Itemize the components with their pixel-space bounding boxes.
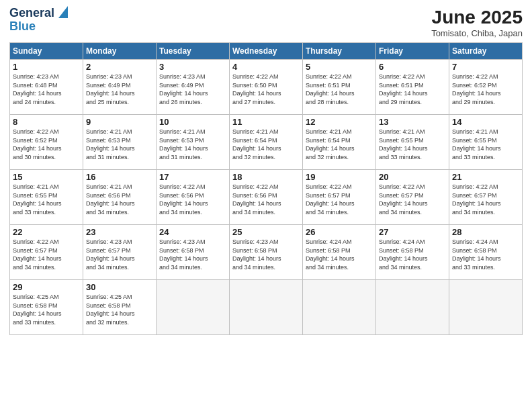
calendar-cell: 16Sunrise: 4:21 AM Sunset: 6:56 PM Dayli…	[83, 170, 157, 225]
day-number: 7	[452, 62, 519, 72]
day-number: 22	[13, 227, 80, 237]
day-number: 21	[452, 172, 519, 182]
calendar-week-0: 1Sunrise: 4:23 AM Sunset: 6:48 PM Daylig…	[10, 60, 523, 115]
day-info: Sunrise: 4:22 AM Sunset: 6:57 PM Dayligh…	[306, 183, 373, 216]
day-number: 4	[232, 62, 300, 72]
title-block: June 2025 Tomisato, Chiba, Japan	[431, 7, 523, 38]
day-number: 1	[13, 62, 80, 72]
calendar-cell: 7Sunrise: 4:22 AM Sunset: 6:52 PM Daylig…	[449, 60, 523, 115]
day-number: 27	[379, 227, 446, 237]
logo-blue: Blue	[9, 20, 36, 34]
calendar-cell: 23Sunrise: 4:23 AM Sunset: 6:57 PM Dayli…	[83, 225, 157, 280]
day-number: 14	[452, 117, 519, 127]
day-info: Sunrise: 4:21 AM Sunset: 6:55 PM Dayligh…	[379, 128, 446, 161]
day-info: Sunrise: 4:22 AM Sunset: 6:51 PM Dayligh…	[379, 73, 446, 106]
calendar-cell: 9Sunrise: 4:21 AM Sunset: 6:53 PM Daylig…	[83, 115, 157, 170]
calendar-table: Sunday Monday Tuesday Wednesday Thursday…	[9, 42, 523, 335]
calendar-cell: 12Sunrise: 4:21 AM Sunset: 6:54 PM Dayli…	[303, 115, 376, 170]
day-info: Sunrise: 4:22 AM Sunset: 6:57 PM Dayligh…	[379, 183, 446, 216]
calendar-cell: 29Sunrise: 4:25 AM Sunset: 6:58 PM Dayli…	[10, 280, 83, 335]
col-monday: Monday	[83, 43, 157, 60]
col-friday: Friday	[376, 43, 449, 60]
calendar-cell: 5Sunrise: 4:22 AM Sunset: 6:51 PM Daylig…	[303, 60, 376, 115]
day-number: 26	[306, 227, 373, 237]
day-number: 24	[159, 227, 226, 237]
day-number: 9	[86, 117, 153, 127]
day-number: 29	[13, 282, 80, 292]
day-info: Sunrise: 4:22 AM Sunset: 6:56 PM Dayligh…	[159, 183, 226, 216]
day-info: Sunrise: 4:21 AM Sunset: 6:55 PM Dayligh…	[13, 183, 80, 216]
day-info: Sunrise: 4:24 AM Sunset: 6:58 PM Dayligh…	[306, 238, 373, 271]
calendar-cell	[157, 280, 230, 335]
calendar-cell: 25Sunrise: 4:23 AM Sunset: 6:58 PM Dayli…	[230, 225, 303, 280]
calendar-cell	[449, 280, 523, 335]
day-info: Sunrise: 4:25 AM Sunset: 6:58 PM Dayligh…	[13, 293, 80, 326]
svg-marker-0	[58, 6, 68, 18]
calendar-cell: 21Sunrise: 4:22 AM Sunset: 6:57 PM Dayli…	[449, 170, 523, 225]
calendar-cell: 13Sunrise: 4:21 AM Sunset: 6:55 PM Dayli…	[376, 115, 449, 170]
day-info: Sunrise: 4:23 AM Sunset: 6:48 PM Dayligh…	[13, 73, 80, 106]
day-info: Sunrise: 4:24 AM Sunset: 6:58 PM Dayligh…	[452, 238, 519, 271]
day-info: Sunrise: 4:23 AM Sunset: 6:49 PM Dayligh…	[159, 73, 226, 106]
day-number: 23	[86, 227, 153, 237]
col-thursday: Thursday	[303, 43, 376, 60]
day-info: Sunrise: 4:21 AM Sunset: 6:53 PM Dayligh…	[159, 128, 226, 161]
day-number: 10	[159, 117, 226, 127]
calendar-cell: 10Sunrise: 4:21 AM Sunset: 6:53 PM Dayli…	[157, 115, 230, 170]
day-number: 6	[379, 62, 446, 72]
calendar-cell: 1Sunrise: 4:23 AM Sunset: 6:48 PM Daylig…	[10, 60, 83, 115]
calendar-cell: 30Sunrise: 4:25 AM Sunset: 6:58 PM Dayli…	[83, 280, 157, 335]
calendar-cell: 28Sunrise: 4:24 AM Sunset: 6:58 PM Dayli…	[449, 225, 523, 280]
calendar-cell: 17Sunrise: 4:22 AM Sunset: 6:56 PM Dayli…	[157, 170, 230, 225]
col-wednesday: Wednesday	[230, 43, 303, 60]
day-info: Sunrise: 4:23 AM Sunset: 6:58 PM Dayligh…	[159, 238, 226, 271]
day-number: 15	[13, 172, 80, 182]
day-info: Sunrise: 4:23 AM Sunset: 6:58 PM Dayligh…	[232, 238, 300, 271]
day-info: Sunrise: 4:22 AM Sunset: 6:51 PM Dayligh…	[306, 73, 373, 106]
calendar-week-2: 15Sunrise: 4:21 AM Sunset: 6:55 PM Dayli…	[10, 170, 523, 225]
calendar-cell: 14Sunrise: 4:21 AM Sunset: 6:55 PM Dayli…	[449, 115, 523, 170]
col-tuesday: Tuesday	[157, 43, 230, 60]
day-info: Sunrise: 4:22 AM Sunset: 6:57 PM Dayligh…	[452, 183, 519, 216]
calendar-week-1: 8Sunrise: 4:22 AM Sunset: 6:52 PM Daylig…	[10, 115, 523, 170]
calendar-cell: 18Sunrise: 4:22 AM Sunset: 6:56 PM Dayli…	[230, 170, 303, 225]
day-info: Sunrise: 4:21 AM Sunset: 6:56 PM Dayligh…	[86, 183, 153, 216]
page-container: General Blue June 2025 Tomisato, Chiba, …	[0, 0, 532, 342]
day-number: 11	[232, 117, 300, 127]
calendar-cell	[303, 280, 376, 335]
calendar-cell: 3Sunrise: 4:23 AM Sunset: 6:49 PM Daylig…	[157, 60, 230, 115]
day-number: 17	[159, 172, 226, 182]
day-info: Sunrise: 4:24 AM Sunset: 6:58 PM Dayligh…	[379, 238, 446, 271]
logo: General Blue	[9, 7, 68, 34]
day-number: 3	[159, 62, 226, 72]
logo-general: General	[9, 7, 54, 20]
calendar-cell: 11Sunrise: 4:21 AM Sunset: 6:54 PM Dayli…	[230, 115, 303, 170]
location: Tomisato, Chiba, Japan	[431, 28, 523, 38]
day-number: 19	[306, 172, 373, 182]
day-number: 12	[306, 117, 373, 127]
day-number: 25	[232, 227, 300, 237]
day-number: 18	[232, 172, 300, 182]
calendar-week-3: 22Sunrise: 4:22 AM Sunset: 6:57 PM Dayli…	[10, 225, 523, 280]
day-info: Sunrise: 4:21 AM Sunset: 6:54 PM Dayligh…	[306, 128, 373, 161]
calendar-cell: 8Sunrise: 4:22 AM Sunset: 6:52 PM Daylig…	[10, 115, 83, 170]
col-sunday: Sunday	[10, 43, 83, 60]
day-number: 30	[86, 282, 153, 292]
day-number: 28	[452, 227, 519, 237]
calendar-cell: 15Sunrise: 4:21 AM Sunset: 6:55 PM Dayli…	[10, 170, 83, 225]
day-number: 2	[86, 62, 153, 72]
calendar-cell: 4Sunrise: 4:22 AM Sunset: 6:50 PM Daylig…	[230, 60, 303, 115]
logo-icon	[56, 6, 68, 18]
day-info: Sunrise: 4:21 AM Sunset: 6:54 PM Dayligh…	[232, 128, 300, 161]
day-info: Sunrise: 4:22 AM Sunset: 6:50 PM Dayligh…	[232, 73, 300, 106]
day-info: Sunrise: 4:23 AM Sunset: 6:57 PM Dayligh…	[86, 238, 153, 271]
calendar-cell: 20Sunrise: 4:22 AM Sunset: 6:57 PM Dayli…	[376, 170, 449, 225]
day-number: 20	[379, 172, 446, 182]
calendar-cell	[230, 280, 303, 335]
header-row: Sunday Monday Tuesday Wednesday Thursday…	[10, 43, 523, 60]
day-info: Sunrise: 4:25 AM Sunset: 6:58 PM Dayligh…	[86, 293, 153, 326]
day-info: Sunrise: 4:22 AM Sunset: 6:57 PM Dayligh…	[13, 238, 80, 271]
calendar-week-4: 29Sunrise: 4:25 AM Sunset: 6:58 PM Dayli…	[10, 280, 523, 335]
day-info: Sunrise: 4:23 AM Sunset: 6:49 PM Dayligh…	[86, 73, 153, 106]
day-info: Sunrise: 4:22 AM Sunset: 6:52 PM Dayligh…	[13, 128, 80, 161]
